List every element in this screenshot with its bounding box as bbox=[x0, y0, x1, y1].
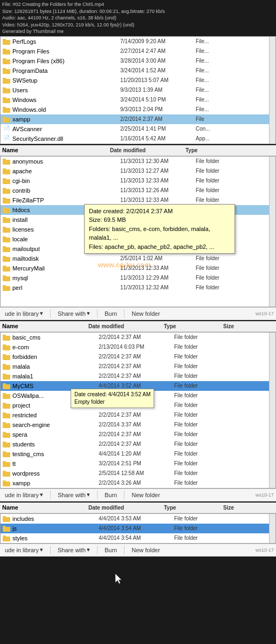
folder-icon bbox=[3, 525, 10, 532]
mycms-tooltip: Date created: 4/4/2014 3:52 AM Empty fol… bbox=[71, 389, 154, 408]
svg-rect-76 bbox=[3, 482, 10, 486]
burn-btn2[interactable]: Burn bbox=[103, 491, 119, 499]
table-row[interactable]: Program Files 2/27/2014 2:47 AM File... bbox=[1, 46, 275, 56]
table-row[interactable]: includes 4/4/2014 3:53 AM File folder bbox=[1, 514, 275, 524]
row-type: File folder bbox=[174, 422, 217, 428]
include-library-label2: ude in library bbox=[5, 492, 39, 498]
svg-rect-46 bbox=[3, 336, 10, 341]
winver-label: ws10-17 bbox=[256, 311, 274, 316]
table-row[interactable]: 📄 SecurityScanner.dll 1/16/2014 5:42 AM … bbox=[1, 134, 275, 144]
table-row[interactable]: malala 2/2/2014 2:37 AM File folder bbox=[1, 362, 275, 371]
share-with-btn2[interactable]: Share with ▾ bbox=[56, 491, 92, 499]
new-folder-btn3[interactable]: New folder bbox=[130, 546, 162, 554]
table-row[interactable]: SWSetup 11/20/2013 5:07 AM File... bbox=[1, 76, 275, 85]
row-type: File folder bbox=[196, 255, 239, 261]
row-date: 2/13/2014 6:03 PM bbox=[99, 344, 174, 350]
table-row[interactable]: students 2/2/2014 2:37 AM File folder bbox=[1, 439, 275, 449]
table-row[interactable]: anonymous 11/3/2013 12:30 AM File folder bbox=[1, 157, 275, 166]
svg-rect-2 bbox=[3, 50, 10, 55]
table-row[interactable]: basic_cms 2/2/2014 2:37 AM File folder bbox=[1, 333, 275, 342]
row-type: File folder bbox=[174, 451, 217, 457]
folder-icon bbox=[3, 431, 10, 438]
new-folder-label3: New folder bbox=[132, 547, 160, 553]
table-row[interactable]: MercuryMail 11/3/2013 12:33 AM File fold… bbox=[1, 263, 275, 273]
table-row[interactable]: PerfLogs 7/14/2009 9:20 AM File... bbox=[1, 37, 275, 46]
new-folder-btn[interactable]: New folder bbox=[130, 310, 162, 317]
table-row[interactable]: spera 2/2/2014 2:37 AM File folder bbox=[1, 430, 275, 439]
table-row[interactable]: forbidden 2/2/2014 2:37 AM File folder bbox=[1, 352, 275, 362]
include-library-btn3[interactable]: ude in library ▾ bbox=[3, 546, 45, 554]
row-date: 2/25/2014 1:41 PM bbox=[120, 126, 196, 132]
row-type: File folder bbox=[174, 516, 217, 521]
new-folder-btn2[interactable]: New folder bbox=[130, 491, 162, 499]
include-library-btn2[interactable]: ude in library ▾ bbox=[3, 491, 45, 499]
row-date: 4/4/2014 3:52 AM bbox=[99, 383, 174, 389]
toolbar1: ude in library ▾ Share with ▾ Burn New f… bbox=[0, 307, 276, 320]
table-row[interactable]: search-engine 2/2/2014 3:37 AM File fold… bbox=[1, 420, 275, 430]
folder-icon bbox=[3, 255, 10, 262]
table-row[interactable]: malala1 2/2/2014 2:37 AM File folder bbox=[1, 371, 275, 381]
row-name: SWSetup bbox=[12, 77, 120, 84]
video-line5: Generated by Thumbnail me bbox=[2, 28, 274, 35]
table-row[interactable]: cgi-bin 11/3/2013 12:33 AM File folder bbox=[1, 176, 275, 186]
row-name: contrib bbox=[12, 187, 120, 194]
burn-btn3[interactable]: Burn bbox=[103, 546, 119, 554]
table-row[interactable]: xampp 2/2/2014 2:37 AM File bbox=[1, 114, 275, 124]
table-row[interactable]: Users 9/3/2013 1:39 AM File... bbox=[1, 85, 275, 95]
table-row[interactable]: Program Files (x86) 3/28/2014 3:00 AM Fi… bbox=[1, 56, 275, 66]
row-type: File folder bbox=[174, 525, 217, 531]
table-row[interactable]: wordpress 2/5/2014 12:58 AM File folder bbox=[1, 469, 275, 478]
table-row[interactable]: xampp 2/2/2014 3:26 AM File folder bbox=[1, 478, 275, 488]
table-row[interactable]: restricted 2/2/2014 2:37 AM File folder bbox=[1, 410, 275, 420]
svg-rect-40 bbox=[3, 267, 10, 272]
table-row[interactable]: apache 11/3/2013 12:27 AM File folder bbox=[1, 166, 275, 176]
folder-icon bbox=[3, 116, 10, 123]
folder-icon bbox=[3, 334, 10, 341]
table-row[interactable]: perl 11/3/2013 12:32 AM File folder bbox=[1, 283, 275, 293]
scrollbar[interactable] bbox=[269, 157, 275, 307]
folder-icon bbox=[3, 106, 10, 113]
include-library-btn[interactable]: ude in library ▾ bbox=[3, 309, 45, 317]
row-name: mailtodisk bbox=[12, 255, 120, 262]
svg-rect-28 bbox=[3, 208, 10, 213]
row-name: Program Files (x86) bbox=[12, 58, 120, 64]
row-date: 11/20/2013 5:07 AM bbox=[120, 77, 196, 83]
scrollbar[interactable] bbox=[269, 37, 275, 144]
table-row[interactable]: e-com 2/13/2014 6:03 PM File folder bbox=[1, 342, 275, 352]
table-row[interactable]: styles 4/4/2014 3:54 AM File folder bbox=[1, 533, 275, 543]
table-row[interactable]: ProgramData 3/24/2014 1:52 AM File... bbox=[1, 66, 275, 76]
table-row[interactable]: mysql 11/3/2013 12:29 AM File folder bbox=[1, 273, 275, 283]
row-date: 2/2/2014 3:26 AM bbox=[99, 480, 174, 486]
svg-rect-25 bbox=[3, 188, 6, 189]
row-date: 2/5/2014 12:58 AM bbox=[99, 470, 174, 476]
share-with-btn3[interactable]: Share with ▾ bbox=[56, 546, 92, 554]
svg-rect-37 bbox=[3, 246, 6, 248]
separator2 bbox=[97, 309, 98, 318]
chevron2: ▾ bbox=[40, 491, 43, 498]
table-row[interactable]: Windows 3/24/2014 5:10 PM File... bbox=[1, 95, 275, 105]
table-row[interactable]: 📄 AVScanner 2/25/2014 1:41 PM Con... bbox=[1, 124, 275, 134]
table-row[interactable]: contrib 11/3/2013 12:26 AM File folder bbox=[1, 186, 275, 195]
panel1-section: File: #02 Creating the Folders for the C… bbox=[0, 0, 276, 144]
table-row[interactable]: tt 3/2/2014 2:51 PM File folder bbox=[1, 459, 275, 469]
svg-rect-54 bbox=[3, 375, 10, 379]
row-date: 2/2/2014 2:37 AM bbox=[99, 373, 174, 379]
table-row[interactable]: testing_cms 4/4/2014 1:20 AM File folder bbox=[1, 449, 275, 459]
tooltip-line1: Date created: 4/4/2014 3:52 AM bbox=[74, 391, 150, 398]
row-date: 2/2/2014 2:37 AM bbox=[99, 431, 174, 437]
panel4-explorer: includes 4/4/2014 3:53 AM File folder js… bbox=[0, 513, 276, 544]
svg-rect-67 bbox=[3, 432, 6, 433]
table-row[interactable]: mailtodisk 2/5/2014 1:02 AM File folder bbox=[1, 254, 275, 263]
table-row[interactable]: Windows.old 9/3/2013 2:04 PM File... bbox=[1, 105, 275, 114]
svg-rect-41 bbox=[3, 266, 6, 267]
scrollbar[interactable] bbox=[269, 333, 275, 488]
row-date: 2/5/2014 1:02 AM bbox=[120, 255, 196, 261]
table-row[interactable]: js 4/4/2014 3:54 AM File folder bbox=[1, 524, 275, 533]
svg-rect-22 bbox=[3, 179, 10, 184]
scrollbar[interactable] bbox=[269, 514, 275, 543]
svg-rect-0 bbox=[3, 40, 10, 45]
row-date: 11/3/2013 12:26 AM bbox=[120, 187, 196, 193]
folder-icon bbox=[3, 441, 10, 448]
burn-btn[interactable]: Burn bbox=[103, 310, 119, 317]
share-with-btn[interactable]: Share with ▾ bbox=[56, 309, 92, 317]
